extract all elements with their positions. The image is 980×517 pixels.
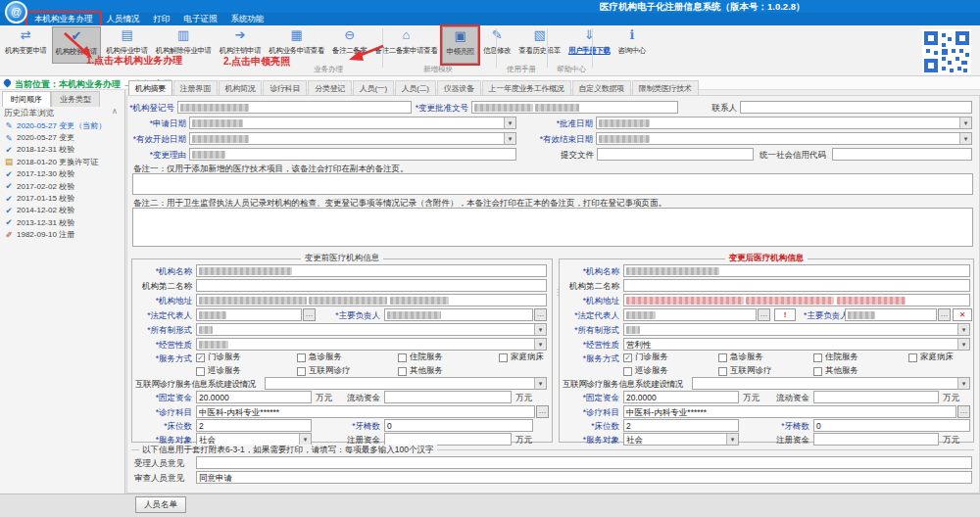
menu-item[interactable]: 电子证照	[177, 13, 224, 26]
toolbar-button[interactable]: ▣申领亮照	[442, 26, 477, 64]
history-item[interactable]: ✔2014-12-02 校验	[3, 205, 124, 216]
menu-item[interactable]: 本机构业务办理	[27, 13, 100, 26]
history-item[interactable]: ✔2018-12-31 校验	[3, 144, 124, 156]
history-item[interactable]: ✎2020-05-27 变更	[3, 131, 124, 143]
after-reg-capital-input[interactable]	[813, 433, 939, 446]
before-ownership-select[interactable]	[196, 323, 547, 336]
history-item[interactable]: ✔2013-12-31 校验	[3, 216, 124, 228]
service-checkbox[interactable]: 住院服务	[813, 352, 908, 363]
main-tab[interactable]: 人员(二)	[395, 80, 436, 95]
service-checkbox[interactable]: 住院服务	[398, 352, 499, 363]
after-op-nature-select[interactable]: 营利性	[623, 338, 970, 351]
accept-opinion-input[interactable]	[196, 456, 972, 469]
principal-picker-button[interactable]: …	[938, 308, 951, 321]
service-checkbox[interactable]: 急诊服务	[297, 352, 398, 363]
menu-item[interactable]: 打印	[147, 13, 177, 26]
main-tab[interactable]: 上一年度业务工作概况	[482, 80, 571, 95]
change-reason-input[interactable]	[189, 148, 516, 161]
before-legal-rep-input[interactable]	[196, 308, 302, 321]
before-org-name-input[interactable]	[196, 264, 547, 277]
staff-list-button[interactable]: 人员名单	[135, 496, 186, 513]
toolbar-button[interactable]: ⊖备注二备案	[329, 26, 370, 64]
after-service-target-select[interactable]: 社会	[623, 433, 739, 446]
subjects-picker-button[interactable]: …	[536, 405, 549, 418]
after-org-name-input[interactable]	[623, 264, 970, 277]
toolbar-button[interactable]: ⇄机构变更申请	[2, 26, 50, 64]
service-checkbox[interactable]: 其他服务	[398, 365, 499, 377]
history-item[interactable]: ✐1982-09-10 注册	[3, 229, 124, 241]
toolbar-button[interactable]: ✎信息修改	[480, 26, 514, 64]
legal-rep-picker-button[interactable]: …	[758, 308, 770, 321]
toolbar-button[interactable]: ℹ咨询中心	[615, 26, 649, 64]
submit-file-input[interactable]	[597, 148, 754, 161]
contact-input[interactable]	[740, 101, 972, 114]
service-checkbox[interactable]: ✓门诊服务	[196, 352, 297, 363]
before-op-nature-select[interactable]	[196, 338, 547, 351]
note1-textarea[interactable]	[132, 173, 973, 195]
after-principal-input[interactable]	[845, 308, 937, 321]
after-internet-select[interactable]	[692, 377, 970, 390]
change-doc-input[interactable]	[471, 101, 678, 114]
history-item[interactable]: ✎2020-05-27 变更（当前）	[3, 119, 124, 131]
history-item[interactable]: ▤2018-01-20 更换许可证	[3, 156, 124, 167]
field-label: *服务对象	[572, 435, 619, 446]
subjects-picker-button[interactable]: …	[957, 405, 970, 418]
main-tab[interactable]: 人员(一)	[353, 80, 394, 95]
after-chairs-input[interactable]: 0	[813, 419, 970, 432]
valid-start-select[interactable]	[189, 132, 516, 145]
toolbar-button[interactable]: ⇓用户手册下载	[565, 26, 613, 64]
main-tab[interactable]: 限制类医疗技术	[632, 80, 699, 95]
main-tab[interactable]: 诊疗科目	[263, 80, 307, 95]
service-checkbox[interactable]: 巡诊服务	[196, 365, 297, 377]
history-item[interactable]: ✔2017-02-02 校验	[3, 180, 124, 192]
after-org-addr-input[interactable]	[623, 294, 970, 306]
menu-item[interactable]: 人员情况	[100, 13, 147, 26]
after-legal-rep-input[interactable]	[623, 308, 757, 321]
principal-warning-button[interactable]: ✕	[953, 308, 972, 321]
service-checkbox[interactable]: 巡诊服务	[623, 365, 718, 377]
before-internet-select[interactable]	[265, 377, 547, 390]
service-checkbox[interactable]: 其他服务	[813, 365, 908, 377]
toolbar-button[interactable]: ▧查看历史沿革	[515, 26, 564, 64]
main-tab[interactable]: 注册界面	[173, 80, 218, 95]
service-checkbox[interactable]: ✓门诊服务	[623, 352, 718, 363]
history-item[interactable]: ✔2017-01-15 校验	[3, 192, 124, 204]
before-chairs-input[interactable]: 0	[384, 419, 533, 432]
approve-date-select[interactable]	[596, 117, 972, 129]
legal-rep-picker-button[interactable]: …	[303, 308, 316, 321]
before-beds-input[interactable]: 2	[196, 419, 312, 432]
apply-date-select[interactable]	[189, 117, 516, 129]
credit-code-input[interactable]	[832, 148, 972, 161]
before-org-name2-input[interactable]	[196, 279, 547, 292]
after-ownership-select[interactable]	[623, 323, 970, 336]
note2-textarea[interactable]	[132, 208, 973, 247]
after-subjects-input[interactable]: 中医科-内科专业******	[623, 405, 956, 418]
menu-item[interactable]: 系统功能	[224, 13, 271, 26]
main-tab[interactable]: 分类登记	[308, 80, 352, 95]
before-floating-capital-input[interactable]	[384, 391, 512, 403]
valid-end-select[interactable]	[596, 132, 972, 145]
before-org-addr-input[interactable]	[196, 294, 547, 306]
legal-rep-warning-button[interactable]: !	[774, 308, 796, 321]
principal-picker-button[interactable]: …	[534, 308, 547, 321]
before-subjects-input[interactable]: 中医科-内科专业******	[196, 405, 535, 418]
main-tab[interactable]: 自定义数据项	[572, 80, 631, 95]
service-checkbox[interactable]: 互联网诊疗	[718, 365, 813, 377]
after-org-name2-input[interactable]	[623, 279, 970, 292]
after-fixed-capital-input[interactable]: 20.0000	[623, 391, 739, 403]
history-item[interactable]: ✔2017-12-30 校验	[3, 168, 124, 180]
service-checkbox[interactable]: 互联网诊疗	[297, 365, 398, 377]
main-tab[interactable]: 机构摘要	[128, 80, 172, 95]
panel-splitter[interactable]: ⋮	[554, 289, 558, 314]
after-beds-input[interactable]: 2	[623, 419, 739, 432]
service-checkbox[interactable]: 家庭病床	[908, 352, 980, 363]
review-opinion-input[interactable]: 同意申请	[196, 471, 972, 484]
service-checkbox[interactable]: 急诊服务	[718, 352, 813, 363]
main-tab[interactable]: 仪器设备	[437, 80, 481, 95]
reg-no-input[interactable]	[177, 101, 412, 114]
sidebar-tab-time-order[interactable]: 时间顺序	[2, 91, 51, 107]
before-principal-input[interactable]	[384, 308, 533, 321]
before-fixed-capital-input[interactable]: 20.0000	[196, 391, 312, 403]
after-floating-capital-input[interactable]	[813, 391, 939, 403]
main-tab[interactable]: 机构简况	[219, 80, 263, 95]
